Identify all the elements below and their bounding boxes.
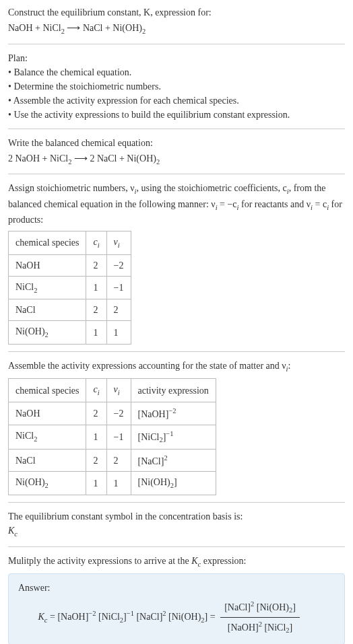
table-row: Ni(OH)2 1 1 <box>9 321 131 345</box>
activity-table: chemical species ci νi activity expressi… <box>8 378 216 495</box>
table-header-row: chemical species ci νi activity expressi… <box>9 379 216 402</box>
col-ci: ci <box>86 231 106 255</box>
plan-bullet: • Determine the stoichiometric numbers. <box>8 79 345 94</box>
assign-section: Assign stoichiometric numbers, νi, using… <box>8 181 345 345</box>
answer-label: Answer: <box>18 581 335 595</box>
divider <box>8 44 345 44</box>
numerator: [NaCl]2 [Ni(OH)2] <box>220 599 300 618</box>
col-ci: ci <box>86 379 106 402</box>
col-species: chemical species <box>9 379 86 402</box>
header-text: Construct the equilibrium constant, K, e… <box>8 7 212 17</box>
multiply-section: Mulitply the activity expressions to arr… <box>8 554 345 644</box>
balanced-section: Write the balanced chemical equation: 2 … <box>8 136 345 168</box>
plan-title: Plan: <box>8 51 345 65</box>
table-row: NiCl2 1 −1 [NiCl2]−1 <box>9 425 216 449</box>
plan-bullet: • Assemble the activity expression for e… <box>8 94 345 108</box>
divider <box>8 502 345 503</box>
divider <box>8 546 345 547</box>
plan-section: Plan: • Balance the chemical equation. •… <box>8 51 345 122</box>
balanced-equation: 2 NaOH + NiCl2 ⟶ 2 NaCl + Ni(OH)2 <box>8 151 345 168</box>
table-row: NaCl 2 2 <box>9 299 131 321</box>
assemble-section: Assemble the activity expressions accoun… <box>8 359 345 495</box>
plan-bullet: • Use the activity expressions to build … <box>8 108 345 122</box>
kc-text: The equilibrium constant symbol in the c… <box>8 509 345 524</box>
table-header-row: chemical species ci νi <box>9 231 131 255</box>
table-row: NaOH 2 −2 <box>9 254 131 276</box>
header-line: Construct the equilibrium constant, K, e… <box>8 5 345 20</box>
stoich-table: chemical species ci νi NaOH 2 −2 NiCl2 1… <box>8 231 131 345</box>
table-row: NaOH 2 −2 [NaOH]−2 <box>9 402 216 425</box>
plan-bullet: • Balance the chemical equation. <box>8 65 345 79</box>
balanced-title: Write the balanced chemical equation: <box>8 136 345 150</box>
table-row: NiCl2 1 −1 <box>9 276 131 299</box>
divider <box>8 129 345 129</box>
divider <box>8 174 345 174</box>
table-row: NaCl 2 2 [NaCl]2 <box>9 449 216 472</box>
table-row: Ni(OH)2 1 1 [Ni(OH)2] <box>9 472 216 495</box>
denominator: [NaOH]2 [NiCl2] <box>220 618 300 636</box>
col-species: chemical species <box>9 231 86 255</box>
kc-symbol: Kc <box>8 524 345 540</box>
problem-header: Construct the equilibrium constant, K, e… <box>8 5 345 37</box>
fraction: [NaCl]2 [Ni(OH)2] [NaOH]2 [NiCl2] <box>220 599 300 636</box>
kc-expression: Kc = [NaOH]−2 [NiCl2]−1 [NaCl]2 [Ni(OH)2… <box>18 599 335 636</box>
unbalanced-equation: NaOH + NiCl2 ⟶ NaCl + Ni(OH)2 <box>8 21 345 37</box>
col-nui: νi <box>106 231 131 255</box>
kc-symbol-section: The equilibrium constant symbol in the c… <box>8 509 345 540</box>
col-nui: νi <box>106 379 131 402</box>
answer-box: Answer: Kc = [NaOH]−2 [NiCl2]−1 [NaCl]2 … <box>8 573 345 644</box>
divider <box>8 351 345 352</box>
col-activity: activity expression <box>131 379 216 402</box>
